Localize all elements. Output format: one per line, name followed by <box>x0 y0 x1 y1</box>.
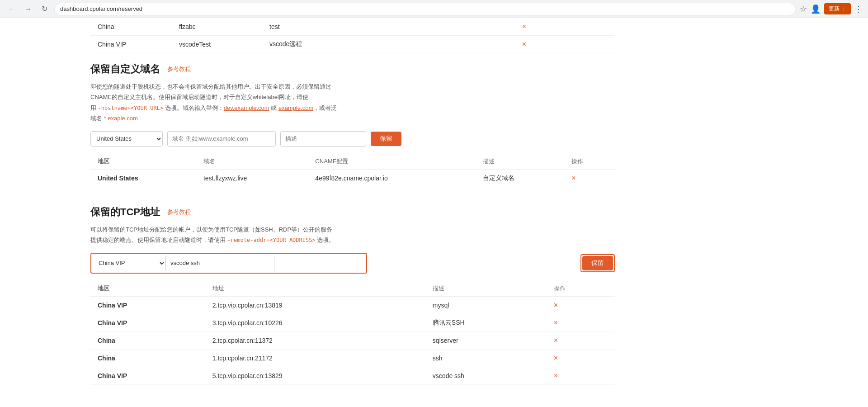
table-cell-action: × <box>564 169 615 187</box>
custom-domain-desc-input[interactable] <box>280 131 366 147</box>
table-cell-action: × <box>547 349 615 367</box>
table-cell-region: China VIP <box>90 296 205 314</box>
delete-icon[interactable]: × <box>571 174 576 182</box>
table-cell-region: China <box>90 331 205 349</box>
custom-domain-title: 保留自定义域名 <box>90 62 160 76</box>
table-cell-desc: vscode ssh <box>425 367 547 384</box>
delete-icon[interactable]: × <box>554 354 558 362</box>
table-header: 操作 <box>547 281 615 297</box>
tcp-save-btn-outer: 保留 <box>580 254 615 272</box>
reload-button[interactable]: ↻ <box>38 3 51 15</box>
table-cell-region: China <box>90 18 172 36</box>
custom-domain-save-button[interactable]: 保留 <box>371 132 401 146</box>
table-row: China 1.tcp.cpolar.cn:21172 ssh × <box>90 349 615 367</box>
table-cell-name: vscodeTest <box>172 36 262 53</box>
table-row: China VIP 2.tcp.vip.cpolar.cn:13819 mysq… <box>90 296 615 314</box>
update-button[interactable]: 更新 ： <box>824 3 851 14</box>
tcp-table: 地区地址描述操作 China VIP 2.tcp.vip.cpolar.cn:1… <box>90 281 615 385</box>
table-cell-address: 3.tcp.vip.cpolar.cn:10226 <box>205 314 425 331</box>
table-row: China 2.tcp.cpolar.cn:11372 sqlserver × <box>90 331 615 349</box>
custom-domain-table: 地区域名CNAME配置描述操作 United States test.flzyx… <box>90 154 615 187</box>
tcp-form-row-wrapper: ChinaChina VIPUnited States 保留 <box>90 253 615 274</box>
table-cell-desc: 腾讯云SSH <box>425 314 547 331</box>
address-bar[interactable] <box>54 3 796 15</box>
table-cell-action: × <box>515 36 615 53</box>
table-cell-action: × <box>547 296 615 314</box>
table-cell-action: × <box>547 331 615 349</box>
table-row: China flzabc test × <box>90 18 615 36</box>
table-cell-desc: 自定义域名 <box>476 169 564 187</box>
table-row: China VIP vscodeTest vscode远程 × <box>90 36 615 53</box>
delete-icon[interactable]: × <box>522 40 526 48</box>
table-cell-region: United States <box>90 169 196 187</box>
bookmark-icon: ☆ <box>800 4 807 14</box>
table-row: China VIP 5.tcp.vip.cpolar.cn:13829 vsco… <box>90 367 615 384</box>
delete-icon[interactable]: × <box>554 319 558 327</box>
custom-domain-ref-link[interactable]: 参考教程 <box>167 65 191 73</box>
tcp-form-inner: ChinaChina VIPUnited States <box>90 253 367 274</box>
table-row: United States test.flzyxwz.live 4e99f82e… <box>90 169 615 187</box>
tcp-section: 保留的TCP地址 参考教程 可以将保留的TCP地址分配给您的帐户，以便为使用TC… <box>90 205 615 385</box>
table-header: 地址 <box>205 281 425 297</box>
tcp-ref-link[interactable]: 参考教程 <box>167 208 191 216</box>
section-header-tcp: 保留的TCP地址 参考教程 <box>90 205 615 219</box>
table-cell-address: 2.tcp.cpolar.cn:11372 <box>205 331 425 349</box>
delete-icon[interactable]: × <box>554 336 558 344</box>
delete-icon[interactable]: × <box>522 23 526 30</box>
browser-chrome: ← → ↻ ☆ 👤 更新 ： ⋮ <box>0 0 868 18</box>
table-cell-region: China VIP <box>90 314 205 331</box>
table-cell-action: × <box>547 314 615 331</box>
table-cell-desc: ssh <box>425 349 547 367</box>
table-cell-region: China <box>90 349 205 367</box>
account-icon: 👤 <box>811 4 821 14</box>
table-cell-desc: vscode远程 <box>262 36 515 53</box>
tcp-save-button[interactable]: 保留 <box>582 256 613 270</box>
tcp-region-select[interactable]: ChinaChina VIPUnited States <box>93 256 165 271</box>
back-button[interactable]: ← <box>5 3 18 15</box>
table-cell-address: 2.tcp.vip.cpolar.cn:13819 <box>205 296 425 314</box>
custom-domain-section: 保留自定义域名 参考教程 即使您的隧道处于脱机状态，也不会将保留域分配给其他用户… <box>90 62 615 187</box>
custom-domain-input[interactable] <box>167 131 276 147</box>
table-header: 描述 <box>476 154 564 170</box>
table-cell-address: 5.tcp.vip.cpolar.cn:13829 <box>205 367 425 384</box>
table-header: CNAME配置 <box>308 154 475 170</box>
table-header: 操作 <box>564 154 615 170</box>
delete-icon[interactable]: × <box>554 301 558 309</box>
table-cell-desc: sqlserver <box>425 331 547 349</box>
more-icon: ⋮ <box>854 4 863 14</box>
main-content: China flzabc test × China VIP vscodeTest… <box>0 18 633 407</box>
table-cell-cname: 4e99f82e.cname.cpolar.io <box>308 169 475 187</box>
delete-icon[interactable]: × <box>554 372 558 379</box>
top-partial-table: China flzabc test × China VIP vscodeTest… <box>90 18 615 53</box>
table-cell-action: × <box>515 18 615 36</box>
table-header: 地区 <box>90 281 205 297</box>
section-header-custom-domain: 保留自定义域名 参考教程 <box>90 62 615 76</box>
table-header: 地区 <box>90 154 196 170</box>
custom-domain-desc: 即使您的隧道处于脱机状态，也不会将保留域分配给其他用户。出于安全原因，必须保留通… <box>90 81 615 124</box>
table-cell-desc: test <box>262 18 515 36</box>
custom-domain-form-row: United StatesChinaChina VIP 保留 <box>90 131 615 147</box>
table-header: 描述 <box>425 281 547 297</box>
tcp-title: 保留的TCP地址 <box>90 205 160 219</box>
table-header: 域名 <box>196 154 308 170</box>
table-cell-region: China VIP <box>90 367 205 384</box>
table-cell-action: × <box>547 367 615 384</box>
forward-button[interactable]: → <box>22 3 34 15</box>
table-cell-desc: mysql <box>425 296 547 314</box>
table-cell-name: flzabc <box>172 18 262 36</box>
table-row: China VIP 3.tcp.vip.cpolar.cn:10226 腾讯云S… <box>90 314 615 331</box>
table-cell-region: China VIP <box>90 36 172 53</box>
tcp-desc: 可以将保留的TCP地址分配给您的帐户，以便为使用TCP隧道（如SSH、RDP等）… <box>90 224 615 246</box>
table-cell-domain: test.flzyxwz.live <box>196 169 308 187</box>
custom-domain-region-select[interactable]: United StatesChinaChina VIP <box>90 131 163 147</box>
tcp-desc-input[interactable] <box>165 256 274 271</box>
table-cell-address: 1.tcp.cpolar.cn:21172 <box>205 349 425 367</box>
